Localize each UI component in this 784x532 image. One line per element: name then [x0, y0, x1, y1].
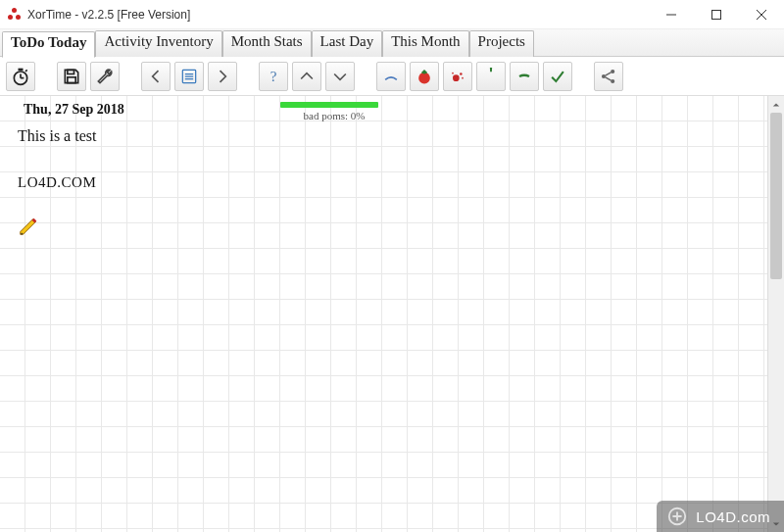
- help-button[interactable]: ?: [259, 62, 288, 91]
- app-icon: [8, 8, 22, 22]
- timer-button[interactable]: [6, 62, 35, 91]
- watermark: LO4D.com: [657, 501, 784, 532]
- svg-point-11: [452, 72, 454, 73]
- share-button[interactable]: [594, 62, 623, 91]
- tab-bar: ToDo Today Activity Inventory Month Stat…: [0, 29, 784, 57]
- today-list-button[interactable]: [174, 62, 204, 91]
- svg-point-9: [460, 73, 463, 75]
- chevron-up-icon: [297, 67, 317, 86]
- svg-rect-2: [19, 68, 24, 71]
- window-title: XorTime - v2.2.5 [Free Version]: [27, 8, 190, 22]
- blue-mark-button[interactable]: [376, 62, 406, 91]
- note-line-1[interactable]: This is a test: [18, 127, 96, 145]
- progress-label: bad poms: 0%: [280, 110, 388, 121]
- blue-arc-icon: [381, 67, 401, 86]
- next-button[interactable]: [208, 62, 237, 91]
- prev-button[interactable]: [141, 62, 171, 91]
- question-icon: ?: [264, 67, 283, 86]
- chevron-left-icon: [146, 67, 166, 86]
- watermark-text: LO4D.com: [696, 508, 770, 525]
- stopwatch-icon: [11, 67, 30, 86]
- check-icon: [548, 67, 567, 86]
- svg-point-7: [418, 72, 430, 83]
- toolbar: ? ': [0, 57, 784, 96]
- tomato-button[interactable]: [410, 62, 439, 91]
- close-button[interactable]: [739, 0, 784, 29]
- svg-point-10: [462, 76, 464, 78]
- apostrophe-icon: ': [481, 67, 501, 86]
- content-area: Thu, 27 Sep 2018 bad poms: 0% This is a …: [0, 96, 784, 532]
- tab-month-stats[interactable]: Month Stats: [222, 30, 312, 57]
- maximize-button[interactable]: [694, 0, 739, 29]
- tomato-icon: [415, 67, 434, 86]
- list-icon: [179, 67, 199, 86]
- window-titlebar: XorTime - v2.2.5 [Free Version]: [0, 0, 784, 29]
- interrupt-button[interactable]: [443, 62, 472, 91]
- tab-projects[interactable]: Projects: [469, 30, 534, 57]
- scroll-thumb[interactable]: [770, 113, 782, 279]
- progress-bar: [280, 102, 378, 108]
- svg-rect-3: [68, 70, 74, 73]
- save-icon: [62, 67, 81, 86]
- window-controls: [649, 0, 784, 29]
- dash-button[interactable]: [510, 62, 539, 91]
- chevron-down-icon: [330, 67, 350, 86]
- scroll-track[interactable]: [768, 113, 784, 515]
- wrench-icon: [95, 67, 115, 86]
- note-line-2[interactable]: LO4D.COM: [18, 174, 96, 191]
- splash-icon: [448, 67, 467, 86]
- share-icon: [599, 67, 618, 86]
- apostrophe-button[interactable]: ': [476, 62, 506, 91]
- settings-button[interactable]: [90, 62, 120, 91]
- notes-grid[interactable]: Thu, 27 Sep 2018 bad poms: 0% This is a …: [0, 96, 767, 532]
- watermark-icon: [666, 506, 688, 527]
- svg-text:': ': [489, 67, 493, 83]
- tab-todo-today[interactable]: ToDo Today: [2, 31, 95, 58]
- chevron-right-icon: [213, 67, 232, 86]
- tab-this-month[interactable]: This Month: [382, 30, 468, 57]
- tab-activity-inventory[interactable]: Activity Inventory: [95, 30, 221, 57]
- minimize-button[interactable]: [649, 0, 694, 29]
- save-button[interactable]: [57, 62, 86, 91]
- scroll-up-button[interactable]: [768, 96, 784, 113]
- check-button[interactable]: [543, 62, 572, 91]
- current-date: Thu, 27 Sep 2018: [24, 102, 124, 118]
- svg-rect-0: [712, 10, 721, 19]
- svg-text:?: ?: [270, 69, 277, 84]
- move-down-button[interactable]: [325, 62, 355, 91]
- svg-point-8: [453, 74, 460, 81]
- pencil-cursor-icon: [18, 216, 39, 237]
- vertical-scrollbar[interactable]: [767, 96, 784, 532]
- dash-icon: [514, 67, 534, 86]
- svg-rect-4: [68, 76, 75, 82]
- tab-last-day[interactable]: Last Day: [312, 30, 383, 57]
- bad-poms-indicator: bad poms: 0%: [280, 102, 388, 121]
- move-up-button[interactable]: [292, 62, 321, 91]
